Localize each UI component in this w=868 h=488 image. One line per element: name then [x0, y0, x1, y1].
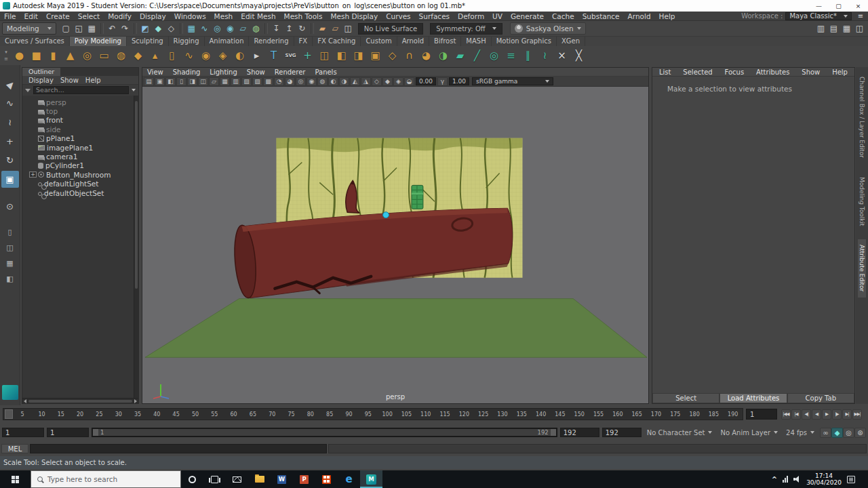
create-uv-icon[interactable]: +: [299, 47, 316, 64]
exposure-field[interactable]: 0.00: [416, 77, 436, 85]
extrude-icon[interactable]: ▣: [367, 47, 384, 64]
attribute-editor-menu-item[interactable]: Show: [802, 68, 820, 76]
bridge-icon[interactable]: ∩: [401, 47, 418, 64]
status-icon[interactable]: [264, 23, 268, 34]
viewport-menu-item[interactable]: Shading: [168, 68, 205, 76]
menu-item[interactable]: Mesh Tools: [280, 12, 327, 21]
menu-item[interactable]: Cache: [548, 12, 578, 21]
poly-gear-icon[interactable]: ◉: [197, 47, 214, 64]
toggle-attribute-editor-icon[interactable]: ▥: [814, 22, 827, 35]
film-gate-icon[interactable]: ▥: [231, 77, 241, 86]
menu-item[interactable]: Create: [42, 12, 74, 21]
target-weld-icon[interactable]: ◎: [486, 47, 502, 64]
menu-set-selector[interactable]: Modeling: [2, 22, 56, 35]
poly-cone-icon[interactable]: ▲: [62, 47, 79, 64]
button-object[interactable]: [412, 185, 423, 209]
shelf-tab[interactable]: Curves / Surfaces: [0, 37, 70, 46]
scale-tool[interactable]: ▣: [1, 171, 19, 188]
combine-icon[interactable]: ◨: [350, 47, 367, 64]
action-center-icon[interactable]: [847, 476, 855, 483]
live-surface-field[interactable]: No Live Surface: [358, 23, 423, 35]
shelf-menu-icon[interactable]: ≡: [4, 56, 8, 62]
select-camera-icon[interactable]: ▤: [144, 77, 154, 86]
outliner-item[interactable]: side: [22, 125, 138, 134]
range-slider-track[interactable]: 1 192: [92, 428, 557, 437]
expand-toggle[interactable]: [29, 190, 37, 196]
expand-toggle[interactable]: [29, 108, 37, 115]
outliner-vertical-scrollbar[interactable]: [134, 96, 138, 398]
workspace-dropdown[interactable]: Maya Classic*: [785, 12, 852, 20]
ipr-render-icon[interactable]: ▱: [329, 22, 342, 35]
viewport-menu-item[interactable]: Renderer: [270, 68, 311, 76]
shelf-tab[interactable]: Bifrost: [429, 37, 461, 46]
status-icon[interactable]: [134, 23, 137, 34]
outliner-horizontal-scrollbar[interactable]: [22, 398, 138, 403]
sidebar-tab[interactable]: Channel Box / Layer Editor: [858, 71, 866, 163]
taskbar-app-maya[interactable]: M: [360, 470, 382, 488]
construction-history-icon[interactable]: ↻: [296, 22, 309, 35]
attribute-editor-menu-item[interactable]: Focus: [725, 68, 745, 76]
toggle-tool-settings-icon[interactable]: ▤: [827, 22, 840, 35]
render-frame-icon[interactable]: ▰: [316, 22, 329, 35]
scene-3d[interactable]: [142, 87, 648, 403]
status-icon[interactable]: [311, 23, 314, 34]
poly-cylinder-icon[interactable]: ▮: [45, 47, 62, 64]
sculpt-knife-icon[interactable]: ×: [553, 47, 570, 64]
step-back-frame-button[interactable]: |◀: [791, 409, 801, 420]
image-plane-icon[interactable]: ◨: [187, 77, 197, 86]
current-frame-field[interactable]: 1: [746, 409, 777, 420]
viewport-menu-item[interactable]: View: [142, 68, 168, 76]
shelf-tab[interactable]: Animation: [205, 37, 250, 46]
expand-toggle[interactable]: [29, 99, 37, 105]
close-button[interactable]: ×: [848, 0, 868, 12]
taskbar-app-file-explorer[interactable]: [248, 470, 271, 488]
shelf-tab[interactable]: Sculpting: [127, 37, 169, 46]
type-tool-icon[interactable]: T: [265, 47, 282, 64]
snap-curve-icon[interactable]: ∿: [198, 22, 211, 35]
outliner-item[interactable]: defaultObjectSet: [22, 188, 138, 197]
animation-end-field[interactable]: 192: [560, 428, 599, 437]
safe-title-icon[interactable]: ◕: [285, 77, 295, 86]
viewport-menu-item[interactable]: Lighting: [205, 68, 241, 76]
step-forward-frame-button[interactable]: ▶|: [842, 409, 852, 420]
attribute-editor-menu-item[interactable]: Help: [832, 68, 848, 76]
command-input[interactable]: [30, 444, 327, 453]
mirror-icon[interactable]: ◑: [435, 47, 452, 64]
poly-sphere-icon[interactable]: ●: [11, 47, 28, 64]
open-scene-icon[interactable]: ◱: [73, 22, 85, 35]
layout-four-panes[interactable]: ▦: [1, 256, 19, 270]
select-hierarchy-icon[interactable]: ◩: [139, 22, 152, 35]
poly-disc-icon[interactable]: ◍: [113, 47, 130, 64]
range-start-handle[interactable]: [93, 429, 98, 436]
status-icon[interactable]: [100, 23, 104, 34]
outliner-panel-tab[interactable]: Outliner: [22, 68, 60, 76]
toggle-modeling-toolkit-icon[interactable]: ◫: [853, 22, 866, 35]
safe-action-icon[interactable]: ◔: [274, 77, 284, 86]
outliner-item[interactable]: defaultLightSet: [22, 180, 138, 188]
lasso-tool[interactable]: ∿: [1, 95, 19, 112]
menu-item[interactable]: UV: [488, 12, 507, 21]
shelf-tab[interactable]: FX: [294, 37, 313, 46]
outliner-menu-item[interactable]: Help: [82, 76, 104, 84]
attribute-editor-button[interactable]: Select: [653, 394, 719, 403]
start-button[interactable]: [0, 470, 31, 488]
outliner-item[interactable]: + Button_Mushroom: [22, 170, 138, 179]
volume-icon[interactable]: [793, 476, 801, 483]
poly-superellipse-icon[interactable]: ◐: [231, 47, 248, 64]
taskbar-app-powerpoint[interactable]: P: [293, 470, 315, 488]
tool-button[interactable]: [1, 190, 19, 196]
menu-item[interactable]: Surfaces: [415, 12, 454, 21]
input-connections-icon[interactable]: ↧: [270, 22, 283, 35]
ambient-occlusion-icon[interactable]: ◑: [339, 77, 349, 86]
poly-pipe-icon[interactable]: ▯: [163, 47, 180, 64]
output-connections-icon[interactable]: ↥: [283, 22, 296, 35]
select-tool[interactable]: ▶: [1, 76, 19, 93]
shelf-tab[interactable]: Custom: [361, 37, 397, 46]
frame-all-icon[interactable]: ◎: [296, 77, 306, 86]
gamma-icon[interactable]: γ: [437, 77, 448, 86]
poly-torus-icon[interactable]: ◎: [79, 47, 96, 64]
paint-selection-tool[interactable]: ≀: [1, 114, 19, 131]
outliner-menu-item[interactable]: Display: [25, 76, 57, 84]
make-live-icon[interactable]: ◍: [250, 22, 262, 35]
menu-item[interactable]: Curves: [382, 12, 414, 21]
